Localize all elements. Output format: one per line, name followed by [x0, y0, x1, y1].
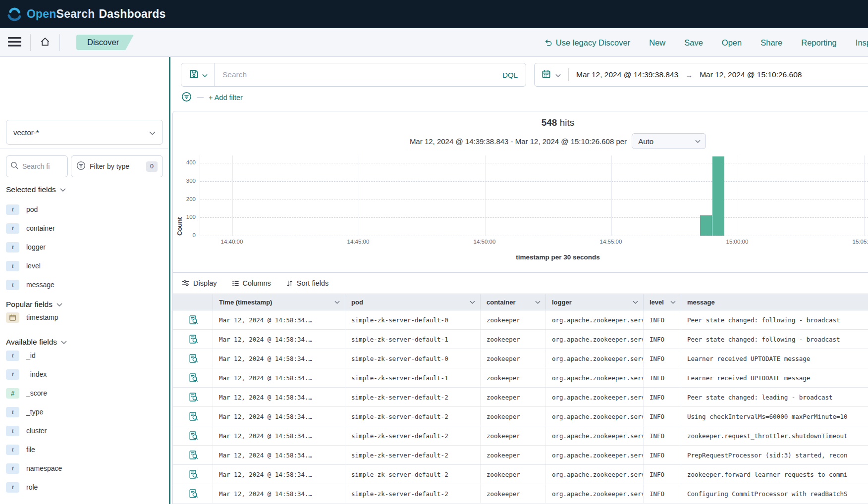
inspect-document-button[interactable]: [189, 469, 199, 479]
query-language-button[interactable]: DQL: [494, 71, 526, 79]
interval-select[interactable]: Auto: [632, 133, 706, 149]
field-item-container[interactable]: tcontainer: [6, 222, 55, 234]
inspect-document-button[interactable]: [189, 431, 199, 441]
inspect-document-button[interactable]: [189, 392, 199, 402]
inspect-document-button[interactable]: [189, 353, 199, 363]
home-button[interactable]: [40, 36, 51, 49]
column-header-level[interactable]: level: [643, 294, 681, 310]
opensearch-dashboards-app: OpenSearchDashboards Discover Use legacy…: [0, 0, 868, 504]
field-item-file[interactable]: tfile: [6, 444, 62, 455]
filter-count-badge: 0: [146, 161, 158, 172]
nav-link-reporting[interactable]: Reporting: [801, 38, 837, 48]
opensearch-logo[interactable]: OpenSearchDashboards: [7, 6, 165, 22]
menu-button[interactable]: [8, 37, 21, 48]
cell-message: Peer state changed: leading - broadcast: [681, 388, 868, 406]
table-toolbar-sort-fields-button[interactable]: Sort fields: [286, 279, 328, 287]
field-item-_id[interactable]: t_id: [6, 350, 62, 361]
field-item-_index[interactable]: t_index: [6, 368, 62, 380]
inspect-document-icon: [189, 489, 199, 499]
available-fields-heading[interactable]: Available fields: [6, 338, 67, 347]
table-row: Mar 12, 2024 @ 14:58:34.…simple-zk-serve…: [173, 407, 868, 426]
nav-link-inspect[interactable]: Inspect: [856, 38, 868, 48]
field-name: logger: [26, 243, 46, 251]
field-item-timestamp[interactable]: timestamp: [6, 311, 58, 323]
histogram-chart[interactable]: [200, 155, 868, 236]
field-type-string-badge: t: [6, 280, 19, 290]
inspect-document-button[interactable]: [189, 450, 199, 460]
field-search-input[interactable]: [22, 162, 61, 170]
inspect-document-button[interactable]: [189, 411, 199, 421]
cell-logger: org.apache.zookeeper.serv…: [545, 349, 643, 368]
cell-container: zookeeper: [480, 330, 545, 349]
inspect-document-button[interactable]: [189, 489, 199, 499]
nav-link-new[interactable]: New: [649, 38, 665, 48]
filter-row: + Add filter: [181, 92, 243, 103]
field-name: pod: [26, 205, 38, 213]
inspect-document-button[interactable]: [189, 315, 199, 325]
y-gridline: [200, 181, 868, 182]
field-type-string-badge: t: [6, 482, 19, 493]
field-name: file: [26, 446, 35, 454]
nav-link-open[interactable]: Open: [722, 38, 742, 48]
field-item-logger[interactable]: tlogger: [6, 241, 55, 253]
field-item-_score[interactable]: #_score: [6, 387, 62, 399]
field-item-pod[interactable]: tpod: [6, 203, 55, 215]
field-item-role[interactable]: trole: [6, 481, 62, 493]
search-input[interactable]: Search: [215, 70, 494, 79]
selected-fields-list: tpodtcontainertloggertleveltmessage: [6, 203, 55, 291]
cell-logger: org.apache.zookeeper.serv…: [545, 465, 643, 484]
x-tick-label: 14:40:00: [221, 239, 243, 245]
arrow-right-icon: →: [685, 71, 693, 79]
row-controls: [173, 388, 213, 406]
nav-link-share[interactable]: Share: [760, 38, 782, 48]
table-toolbar-columns-button[interactable]: Columns: [232, 279, 271, 287]
nav-link-use-legacy-discover[interactable]: Use legacy Discover: [544, 38, 630, 48]
field-name: cluster: [26, 427, 47, 435]
calendar-icon: [9, 314, 16, 321]
chevron-down-icon[interactable]: [555, 70, 561, 79]
inspect-document-icon: [189, 450, 199, 460]
section-title: Selected fields: [6, 185, 56, 194]
column-header-container[interactable]: container: [480, 294, 545, 310]
field-type-date-badge: [6, 312, 19, 323]
field-name: namespace: [26, 464, 62, 472]
cell-message: zookeeper.forward_learner_requests_to_co…: [681, 465, 868, 484]
nav-link-save[interactable]: Save: [684, 38, 703, 48]
column-header-pod[interactable]: pod: [345, 294, 480, 310]
saved-query-menu-button[interactable]: [181, 63, 215, 86]
date-from-button[interactable]: Mar 12, 2024 @ 14:39:38.843: [576, 70, 678, 79]
sidebar-resizer[interactable]: [169, 57, 170, 504]
x-tick-label: 14:50:00: [474, 239, 496, 245]
column-header-logger[interactable]: logger: [545, 294, 643, 310]
selected-fields-heading[interactable]: Selected fields: [6, 185, 66, 194]
field-item-message[interactable]: tmessage: [6, 279, 55, 291]
chevron-down-icon: [61, 341, 67, 344]
column-header-message: message: [681, 294, 868, 310]
table-toolbar-display-button[interactable]: Display: [182, 279, 217, 287]
filter-circle-icon[interactable]: [181, 92, 192, 104]
filter-icon: [76, 161, 86, 172]
field-item-level[interactable]: tlevel: [6, 260, 55, 272]
field-type-string-badge: t: [6, 223, 19, 234]
filter-by-type-button[interactable]: Filter by type 0: [71, 155, 163, 177]
column-header-time[interactable]: Time (timestamp): [213, 294, 345, 310]
table-row: Mar 12, 2024 @ 14:58:34.…simple-zk-serve…: [173, 330, 868, 349]
add-filter-button[interactable]: + Add filter: [209, 94, 243, 101]
index-pattern-select[interactable]: vector-*: [6, 120, 163, 145]
histogram-bar[interactable]: [712, 156, 724, 236]
field-item-namespace[interactable]: tnamespace: [6, 462, 62, 474]
cell-level: INFO: [643, 484, 681, 503]
inspect-document-button[interactable]: [189, 373, 199, 383]
row-controls: [173, 426, 213, 445]
popular-fields-heading[interactable]: Popular fields: [6, 300, 62, 309]
field-type-string-badge: t: [6, 445, 19, 455]
field-item-cluster[interactable]: tcluster: [6, 425, 62, 437]
top-nav-menu: Use legacy DiscoverNewSaveOpenShareRepor…: [544, 28, 868, 57]
x-tick-label: 14:55:00: [600, 239, 622, 245]
histogram-bar[interactable]: [700, 215, 712, 236]
field-name: _score: [26, 389, 47, 397]
field-item-_type[interactable]: t_type: [6, 406, 62, 418]
cell-pod: simple-zk-server-default-2: [345, 446, 480, 464]
date-to-button[interactable]: Mar 12, 2024 @ 15:10:26.608: [700, 70, 802, 79]
inspect-document-button[interactable]: [189, 334, 199, 344]
